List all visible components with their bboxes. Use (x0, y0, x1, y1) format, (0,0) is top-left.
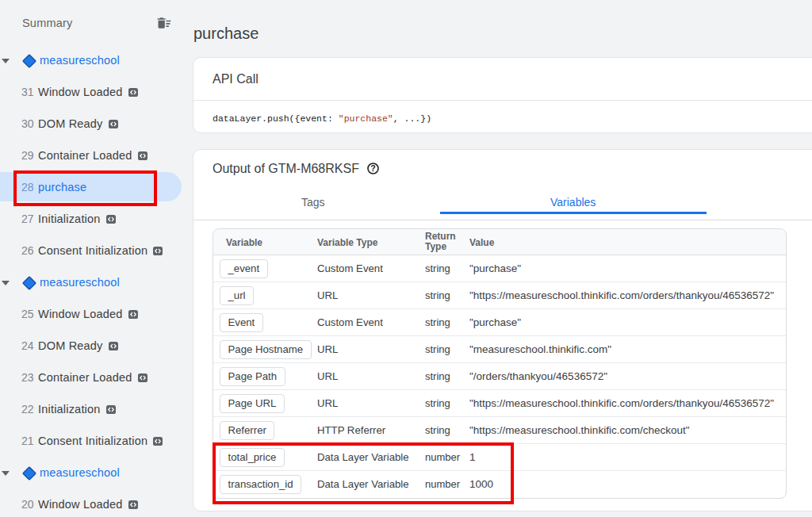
svg-text:?: ? (370, 163, 375, 173)
